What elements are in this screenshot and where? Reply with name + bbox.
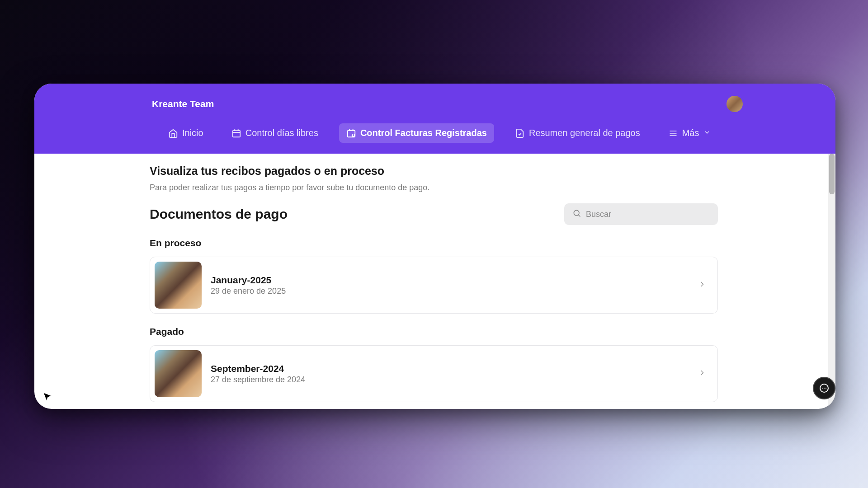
nav-item-label: Resumen general de pagos xyxy=(529,128,640,138)
page-subtitle: Para poder realizar tus pagos a tiempo p… xyxy=(150,183,718,192)
search-box[interactable] xyxy=(564,203,718,225)
app-header: Kreante Team Inicio Control días libres … xyxy=(34,84,835,154)
nav-item-label: Control días libres xyxy=(245,128,318,138)
nav-item-label: Inicio xyxy=(182,128,203,138)
nav-mas[interactable]: Más xyxy=(661,123,718,143)
document-date: 29 de enero de 2025 xyxy=(211,286,689,296)
scrollbar-track[interactable] xyxy=(828,154,835,409)
calendar-icon xyxy=(231,128,241,138)
nav-item-label: Más xyxy=(682,128,699,138)
svg-rect-0 xyxy=(232,130,240,137)
scrollbar-thumb[interactable] xyxy=(829,154,835,194)
main-nav: Inicio Control días libres $ Control Fac… xyxy=(34,115,835,143)
chevron-right-icon xyxy=(698,280,707,291)
app-window: Kreante Team Inicio Control días libres … xyxy=(34,84,835,409)
search-icon xyxy=(572,209,581,220)
nav-control-facturas[interactable]: $ Control Facturas Registradas xyxy=(339,123,494,143)
chat-button[interactable] xyxy=(813,377,835,399)
calendar-dollar-icon: $ xyxy=(346,128,356,138)
chevron-right-icon xyxy=(698,368,707,379)
nav-resumen-pagos[interactable]: Resumen general de pagos xyxy=(508,123,647,143)
menu-icon xyxy=(668,128,678,138)
page-title: Visualiza tus recibos pagados o en proce… xyxy=(150,164,718,178)
document-check-icon xyxy=(515,128,525,138)
content-area: Visualiza tus recibos pagados o en proce… xyxy=(34,154,835,409)
nav-control-dias-libres[interactable]: Control días libres xyxy=(224,123,326,143)
document-title: January-2025 xyxy=(211,275,689,286)
avatar[interactable] xyxy=(726,96,743,112)
documents-title: Documentos de pago xyxy=(150,206,288,222)
document-card[interactable]: September-2024 27 de septiembre de 2024 xyxy=(150,345,718,402)
brand-title: Kreante Team xyxy=(152,99,214,109)
chat-icon xyxy=(819,383,830,394)
nav-item-label: Control Facturas Registradas xyxy=(360,128,487,138)
document-title: September-2024 xyxy=(211,363,689,374)
document-card[interactable]: January-2025 29 de enero de 2025 xyxy=(150,257,718,314)
document-thumbnail xyxy=(155,350,202,397)
home-icon xyxy=(168,128,178,138)
document-date: 27 de septiembre de 2024 xyxy=(211,375,689,385)
chevron-down-icon xyxy=(703,128,711,138)
svg-text:$: $ xyxy=(353,134,354,136)
search-input[interactable] xyxy=(586,210,710,219)
svg-point-4 xyxy=(574,210,579,216)
nav-inicio[interactable]: Inicio xyxy=(161,123,211,143)
section-label-pagado: Pagado xyxy=(150,326,718,337)
cursor-icon xyxy=(42,391,53,404)
document-thumbnail xyxy=(155,262,202,309)
section-label-en-proceso: En proceso xyxy=(150,238,718,249)
